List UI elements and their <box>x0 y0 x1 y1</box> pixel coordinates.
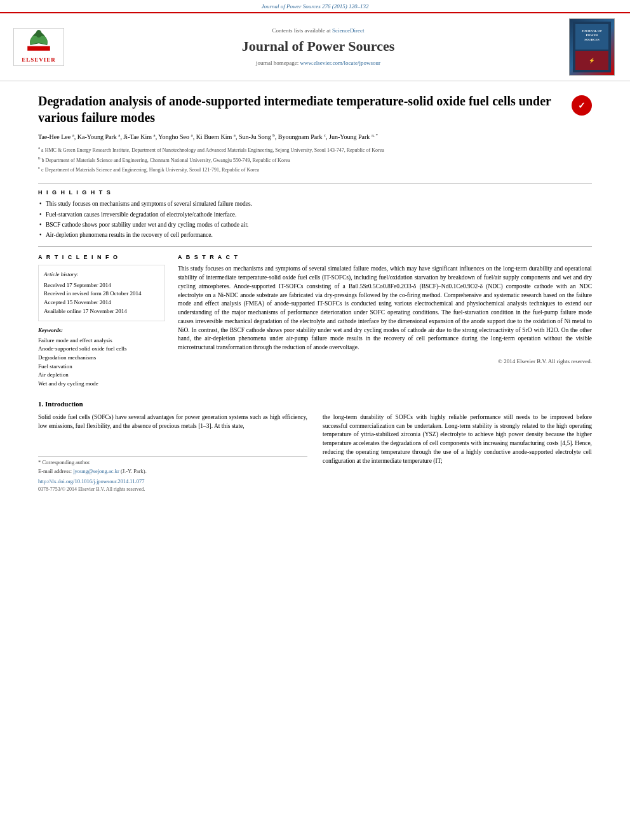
keyword-2: Anode-supported solid oxide fuel cells <box>38 345 165 353</box>
affil-sup-a: a <box>72 133 74 138</box>
keyword-1: Failure mode and effect analysis <box>38 337 165 345</box>
keyword-6: Wet and dry cycling mode <box>38 380 165 388</box>
svg-rect-0 <box>27 46 50 51</box>
history-title: Article history: <box>44 270 159 279</box>
two-col-section: A R T I C L E I N F O Article history: R… <box>38 253 592 389</box>
svg-text:JOURNAL OF: JOURNAL OF <box>582 29 602 32</box>
author-email-link[interactable]: jyoung@sejong.ac.kr <box>73 468 119 474</box>
highlights-label: H I G H L I G H T S <box>38 189 592 197</box>
abstract-text: This study focuses on mechanisms and sym… <box>178 265 592 352</box>
affil-sup-a6: a, * <box>372 133 378 138</box>
intro-two-col: Solid oxide fuel cells (SOFCs) have seve… <box>38 413 592 493</box>
authors-line: Tae-Hee Lee a, Ka-Young Park a, Ji-Tae K… <box>38 132 592 142</box>
abstract-col: A B S T R A C T This study focuses on me… <box>178 253 592 389</box>
main-content: Degradation analysis of anode-supported … <box>0 81 630 500</box>
journal-citation: Journal of Power Sources 276 (2015) 120–… <box>261 3 368 10</box>
intro-right-col: the long-term durability of SOFCs with h… <box>323 413 592 493</box>
intro-left-col: Solid oxide fuel cells (SOFCs) have seve… <box>38 413 307 493</box>
highlights-section: H I G H L I G H T S This study focuses o… <box>38 189 592 240</box>
received-revised-date: Received in revised form 28 October 2014 <box>44 290 159 298</box>
elsevier-text: ELSEVIER <box>22 56 56 64</box>
received-date: Received 17 September 2014 <box>44 281 159 290</box>
article-info-col: A R T I C L E I N F O Article history: R… <box>38 253 165 389</box>
abstract-label: A B S T R A C T <box>178 253 592 262</box>
affil-sup-a2: a <box>118 133 120 138</box>
journal-header-center: Contents lists available at ScienceDirec… <box>75 18 561 76</box>
journal-homepage-line: journal homepage: www.elsevier.com/locat… <box>256 59 380 67</box>
available-online-date: Available online 17 November 2014 <box>44 307 159 316</box>
crossmark-badge: ✓ <box>572 95 592 116</box>
doi-link[interactable]: http://dx.doi.org/10.1016/j.jpowsour.201… <box>38 478 144 484</box>
article-title-text: Degradation analysis of anode-supported … <box>38 93 565 126</box>
svg-text:POWER: POWER <box>586 34 598 37</box>
article-info-label: A R T I C L E I N F O <box>38 253 165 262</box>
introduction-section: 1. Introduction Solid oxide fuel cells (… <box>38 399 592 493</box>
issn-line: 0378-7753/© 2014 Elsevier B.V. All right… <box>38 486 307 493</box>
doi-line: http://dx.doi.org/10.1016/j.jpowsour.201… <box>38 478 307 486</box>
highlight-item-3: BSCF cathode shows poor stability under … <box>38 221 592 229</box>
sciencedirect-line: Contents lists available at ScienceDirec… <box>272 27 365 35</box>
crossmark-icon: ✓ <box>575 98 589 112</box>
section-number: 1. <box>38 400 43 408</box>
journal-title: Journal of Power Sources <box>242 37 395 57</box>
svg-rect-3 <box>575 24 608 50</box>
svg-text:SOURCES: SOURCES <box>584 38 600 41</box>
journal-homepage-link[interactable]: www.elsevier.com/locate/jpowsour <box>300 60 380 66</box>
footnote-area: * Corresponding author. E-mail address: … <box>38 456 307 493</box>
keywords-label: Keywords: <box>38 326 165 335</box>
highlight-item-2: Fuel-starvation causes irreversible degr… <box>38 211 592 219</box>
svg-text:✓: ✓ <box>578 101 586 110</box>
intro-heading: 1. Introduction <box>38 399 592 409</box>
keyword-3: Degradation mechanisms <box>38 354 165 362</box>
intro-right-text: the long-term durability of SOFCs with h… <box>323 413 592 466</box>
journal-cover-image: JOURNAL OF POWER SOURCES ⚡ <box>569 18 615 76</box>
keyword-4: Fuel starvation <box>38 363 165 371</box>
elsevier-logo: ELSEVIER <box>13 28 64 66</box>
accepted-date: Accepted 15 November 2014 <box>44 298 159 307</box>
affil-line-a: a a HMC & Green Energy Research Institut… <box>38 145 592 154</box>
elsevier-logo-area: ELSEVIER <box>10 18 67 76</box>
article-title-area: Degradation analysis of anode-supported … <box>38 93 592 126</box>
elsevier-tree-icon <box>20 29 58 55</box>
intro-left-text: Solid oxide fuel cells (SOFCs) have seve… <box>38 413 307 431</box>
affiliations: a a HMC & Green Energy Research Institut… <box>38 145 592 174</box>
journal-header: ELSEVIER Contents lists available at Sci… <box>0 12 630 81</box>
journal-cover-area: JOURNAL OF POWER SOURCES ⚡ <box>569 18 620 76</box>
article-history-box: Article history: Received 17 September 2… <box>38 265 165 321</box>
affil-line-b: b b Department of Materials Science and … <box>38 155 592 164</box>
affil-line-c: c c Department of Materials Science and … <box>38 164 592 174</box>
svg-point-1 <box>36 30 42 37</box>
corresponding-label: * Corresponding author. <box>38 459 307 467</box>
journal-ref-bar: Journal of Power Sources 276 (2015) 120–… <box>0 0 630 12</box>
affil-sup-c: c <box>324 133 326 138</box>
divider-1 <box>38 183 592 183</box>
keyword-5: Air depletion <box>38 371 165 379</box>
svg-text:⚡: ⚡ <box>589 57 595 63</box>
email-line: E-mail address: jyoung@sejong.ac.kr (J.-… <box>38 468 307 476</box>
affil-sup-b: b <box>272 133 275 138</box>
affil-sup-a4: a <box>191 133 193 138</box>
sciencedirect-link[interactable]: ScienceDirect <box>332 27 364 34</box>
affil-sup-a5: a <box>234 133 236 138</box>
journal-cover-svg: JOURNAL OF POWER SOURCES ⚡ <box>573 22 611 72</box>
affil-sup-a3: a <box>154 133 156 138</box>
section-title: Introduction <box>45 400 83 408</box>
highlight-item-4: Air-depletion phenomena results in the r… <box>38 231 592 239</box>
keywords-box: Keywords: Failure mode and effect analys… <box>38 326 165 387</box>
divider-2 <box>38 246 592 247</box>
highlight-item-1: This study focuses on mechanisms and sym… <box>38 200 592 208</box>
copyright-line: © 2014 Elsevier B.V. All rights reserved… <box>178 357 592 366</box>
